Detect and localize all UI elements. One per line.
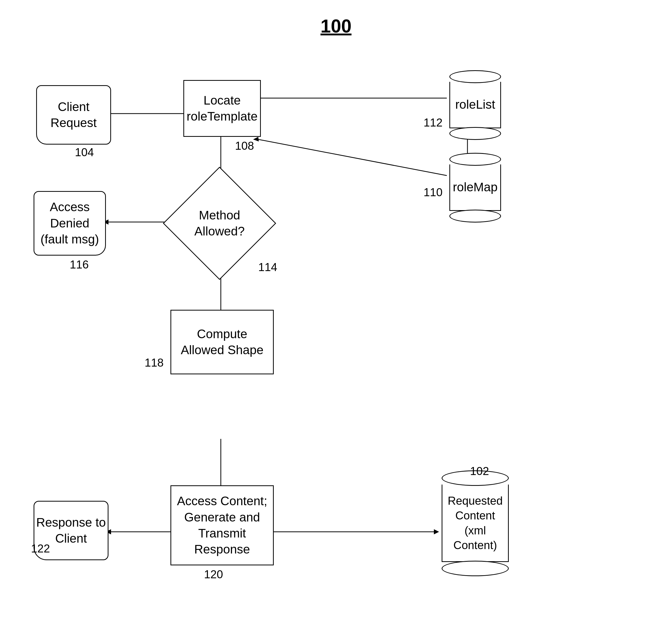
role-map-label: roleMap [453,179,497,195]
role-list-shape: roleList [447,70,503,140]
method-allowed-id: 114 [258,261,277,274]
svg-marker-18 [434,529,439,534]
svg-line-5 [258,139,447,176]
locate-role-template-id: 108 [235,139,254,152]
requested-content-shape: RequestedContent(xml Content) [439,470,511,577]
access-content-id: 120 [204,568,223,581]
requested-content-label: RequestedContent(xml Content) [445,493,506,553]
access-content-label: Access Content;Generate andTransmitRespo… [177,493,267,558]
response-to-client-id: 122 [31,542,50,555]
compute-allowed-id: 118 [145,356,163,369]
locate-role-template-shape: LocateroleTemplate [183,80,261,137]
client-request-shape: ClientRequest [36,85,111,145]
access-denied-shape: AccessDenied(fault msg) [33,191,106,256]
access-denied-id: 116 [70,258,89,271]
client-request-label: ClientRequest [51,99,97,131]
access-content-shape: Access Content;Generate andTransmitRespo… [171,485,274,565]
compute-allowed-shape: ComputeAllowed Shape [171,310,274,374]
access-denied-label: AccessDenied(fault msg) [41,199,99,247]
requested-content-id: 102 [470,465,489,478]
method-allowed-label: MethodAllowed? [194,207,245,240]
client-request-id: 104 [75,146,94,159]
compute-allowed-label: ComputeAllowed Shape [181,326,264,358]
role-map-id: 110 [424,186,442,199]
diagram-title: 100 [321,15,351,37]
method-allowed-shape: MethodAllowed? [155,181,284,266]
locate-role-template-label: LocateroleTemplate [187,92,258,125]
diagram-container: 100 ClientRequest [0,0,672,641]
role-map-shape: roleMap [447,152,503,223]
response-to-client-label: Response toClient [36,515,106,547]
role-list-id: 112 [424,116,442,129]
role-list-label: roleList [455,97,495,112]
